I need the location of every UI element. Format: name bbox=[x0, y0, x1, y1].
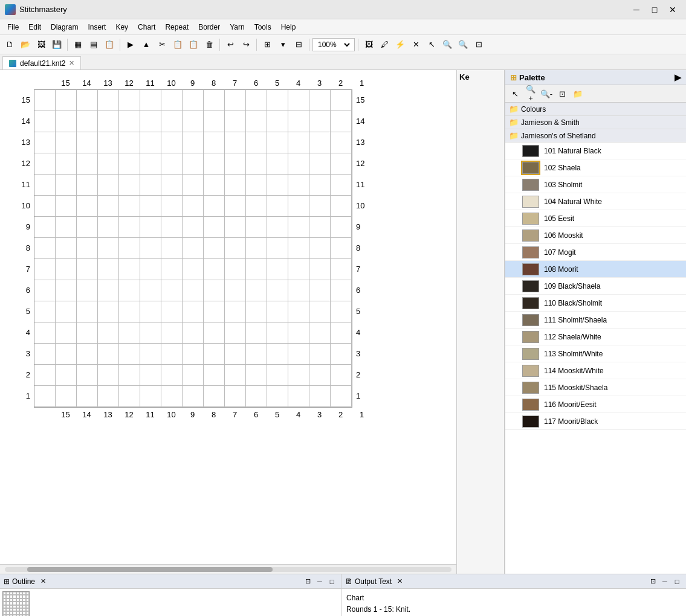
grid-cell[interactable] bbox=[77, 280, 98, 301]
grid-cell[interactable] bbox=[183, 238, 204, 259]
grid-cell[interactable] bbox=[56, 90, 77, 111]
grid-cell[interactable] bbox=[331, 175, 352, 196]
close-button[interactable]: ✕ bbox=[664, 3, 681, 16]
tb-btn21[interactable]: 🖊 bbox=[377, 37, 392, 52]
grid-cell[interactable] bbox=[98, 175, 119, 196]
grid-cell[interactable] bbox=[288, 175, 309, 196]
grid-cell[interactable] bbox=[309, 386, 331, 407]
palette-item-106[interactable]: 106 Mooskit bbox=[505, 227, 686, 244]
palette-zoom-out-btn[interactable]: 🔍- bbox=[539, 86, 554, 101]
palette-group-jamieson's-of-shetland[interactable]: 📁 Jamieson's of Shetland bbox=[505, 129, 686, 143]
grid-cell[interactable] bbox=[309, 238, 331, 259]
grid-cell[interactable] bbox=[161, 259, 183, 280]
grid-cell[interactable] bbox=[309, 217, 331, 238]
grid-cell[interactable] bbox=[34, 90, 56, 111]
grid-cell[interactable] bbox=[246, 111, 267, 132]
grid-cell[interactable] bbox=[225, 217, 246, 238]
grid-cell[interactable] bbox=[331, 344, 352, 365]
grid-cell[interactable] bbox=[267, 175, 288, 196]
grid-cell[interactable] bbox=[288, 301, 309, 322]
grid-cell[interactable] bbox=[246, 217, 267, 238]
minimize-button[interactable]: ─ bbox=[628, 3, 645, 16]
tb-btn23[interactable]: ✕ bbox=[409, 37, 423, 52]
grid-cell[interactable] bbox=[98, 111, 119, 132]
grid-cell[interactable] bbox=[161, 386, 183, 407]
menu-item-tools[interactable]: Tools bbox=[250, 21, 276, 33]
grid-cell[interactable] bbox=[288, 259, 309, 280]
grid-cell[interactable] bbox=[98, 217, 119, 238]
grid-cell[interactable] bbox=[119, 365, 140, 386]
grid-cell[interactable] bbox=[225, 365, 246, 386]
grid-cell[interactable] bbox=[183, 365, 204, 386]
grid-cell[interactable] bbox=[56, 196, 77, 217]
grid-cell[interactable] bbox=[288, 196, 309, 217]
grid-cell[interactable] bbox=[140, 259, 161, 280]
zoom-out-button[interactable]: 🔍 bbox=[456, 37, 470, 52]
outline-ctrl1[interactable]: ⊡ bbox=[302, 576, 313, 587]
palette-item-115[interactable]: 115 Mooskit/Shaela bbox=[505, 379, 686, 396]
grid-cell[interactable] bbox=[161, 217, 183, 238]
grid-cell[interactable] bbox=[331, 301, 352, 322]
grid-cell[interactable] bbox=[288, 238, 309, 259]
palette-item-104[interactable]: 104 Natural White bbox=[505, 193, 686, 210]
grid-cell[interactable] bbox=[225, 111, 246, 132]
grid-cell[interactable] bbox=[140, 196, 161, 217]
menu-item-help[interactable]: Help bbox=[276, 21, 301, 33]
menu-item-repeat[interactable]: Repeat bbox=[160, 21, 193, 33]
grid-cell[interactable] bbox=[140, 322, 161, 344]
palette-item-112[interactable]: 112 Shaela/White bbox=[505, 329, 686, 345]
menu-item-insert[interactable]: Insert bbox=[83, 21, 111, 33]
stop-button[interactable]: ▲ bbox=[139, 37, 154, 52]
grid-cell[interactable] bbox=[204, 386, 225, 407]
grid-cell[interactable] bbox=[161, 365, 183, 386]
palette-item-105[interactable]: 105 Eesit bbox=[505, 210, 686, 227]
new-button[interactable]: 🗋 bbox=[2, 37, 17, 52]
grid-cell[interactable] bbox=[183, 280, 204, 301]
grid-cell[interactable] bbox=[56, 322, 77, 344]
grid-cell[interactable] bbox=[204, 301, 225, 322]
grid-cell[interactable] bbox=[309, 259, 331, 280]
grid-cell[interactable] bbox=[267, 386, 288, 407]
zoom-fit-button[interactable]: ⊡ bbox=[471, 37, 486, 52]
grid-cell[interactable] bbox=[56, 344, 77, 365]
palette-item-102[interactable]: 102 Shaela bbox=[505, 159, 686, 176]
grid-cell[interactable] bbox=[246, 386, 267, 407]
grid-cell[interactable] bbox=[331, 238, 352, 259]
grid-cell[interactable] bbox=[34, 344, 56, 365]
grid-cell[interactable] bbox=[161, 322, 183, 344]
grid-cell[interactable] bbox=[119, 238, 140, 259]
palette-item-101[interactable]: 101 Natural Black bbox=[505, 143, 686, 159]
grid-cell[interactable] bbox=[225, 196, 246, 217]
tb-btn10[interactable]: ✂ bbox=[155, 37, 169, 52]
grid-cell[interactable] bbox=[288, 322, 309, 344]
palette-cursor-btn[interactable]: ↖ bbox=[508, 86, 522, 101]
palette-item-107[interactable]: 107 Mogit bbox=[505, 244, 686, 261]
grid-cell[interactable] bbox=[119, 132, 140, 153]
grid-cell[interactable] bbox=[98, 132, 119, 153]
grid-cell[interactable] bbox=[77, 365, 98, 386]
grid-cell[interactable] bbox=[246, 322, 267, 344]
grid-cell[interactable] bbox=[288, 132, 309, 153]
grid-cell[interactable] bbox=[225, 344, 246, 365]
grid-cell[interactable] bbox=[246, 365, 267, 386]
tb-btn13[interactable]: 🗑 bbox=[202, 37, 216, 52]
grid-cell[interactable] bbox=[140, 301, 161, 322]
grid-cell[interactable] bbox=[204, 196, 225, 217]
grid-cell[interactable] bbox=[119, 90, 140, 111]
output-ctrl1[interactable]: ⊡ bbox=[647, 576, 658, 587]
grid-cell[interactable] bbox=[204, 132, 225, 153]
grid-cell[interactable] bbox=[204, 280, 225, 301]
grid-cell[interactable] bbox=[309, 301, 331, 322]
grid-cell[interactable] bbox=[56, 175, 77, 196]
grid-cell[interactable] bbox=[331, 386, 352, 407]
grid-cell[interactable] bbox=[34, 238, 56, 259]
outline-maximize-btn[interactable]: □ bbox=[326, 576, 337, 587]
grid-cell[interactable] bbox=[331, 217, 352, 238]
grid-cell[interactable] bbox=[225, 280, 246, 301]
grid-cell[interactable] bbox=[56, 280, 77, 301]
outline-minimize-btn[interactable]: ─ bbox=[314, 576, 325, 587]
menu-item-yarn[interactable]: Yarn bbox=[225, 21, 249, 33]
grid-cell[interactable] bbox=[267, 132, 288, 153]
grid-cell[interactable] bbox=[267, 153, 288, 175]
grid-cell[interactable] bbox=[161, 196, 183, 217]
